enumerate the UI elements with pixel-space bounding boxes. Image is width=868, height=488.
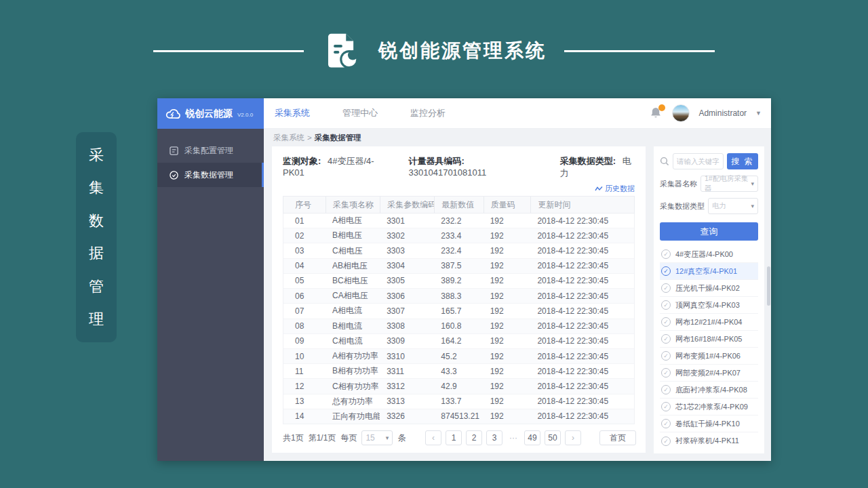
- device-item[interactable]: ✓卷纸缸干燥/4-PK10: [660, 415, 758, 432]
- notification-bell-icon[interactable]: [650, 106, 663, 120]
- check-circle-icon: ✓: [661, 436, 671, 446]
- table-cell: 06: [283, 289, 326, 303]
- device-item-label: 4#变压器/4-PK00: [675, 249, 733, 260]
- table-cell: C相电流: [326, 334, 380, 348]
- table-row: 05BC相电压3305389.21922018-4-12 22:30:45: [283, 274, 634, 289]
- table-cell: CA相电压: [326, 289, 380, 303]
- content: 监测对象: 4#变压器/4-PK01 计量器具编码: 3301041701081…: [264, 146, 771, 461]
- page-number-button[interactable]: 2: [466, 430, 482, 445]
- data-table: 序号采集项名称采集参数编码最新数值质量码更新时间 01A相电压3301232.2…: [283, 196, 635, 424]
- chevron-down-icon[interactable]: ▼: [755, 110, 762, 117]
- logo-version: V2.0.0: [237, 112, 253, 118]
- device-item[interactable]: ✓衬浆碎浆机/4-PK11: [660, 432, 758, 449]
- table-cell: 389.2: [434, 274, 483, 288]
- search-row: 搜 索: [660, 153, 758, 169]
- table-column-header: 质量码: [484, 197, 531, 213]
- table-cell: 3309: [380, 334, 434, 348]
- table-column-header: 采集项名称: [326, 197, 380, 213]
- breadcrumb-separator: >: [307, 134, 312, 142]
- vertical-tab-char: 数: [89, 211, 104, 231]
- page-number-button[interactable]: 1: [446, 430, 462, 445]
- search-input[interactable]: [673, 153, 724, 169]
- per-page-select[interactable]: 15 ▾: [361, 430, 393, 445]
- device-item[interactable]: ✓12#真空泵/4-PK01: [660, 263, 758, 280]
- sidebar-item-collect-data[interactable]: 采集数据管理: [157, 163, 264, 187]
- device-item-label: 网部变频2#/4-PK07: [675, 368, 741, 378]
- device-item[interactable]: ✓网部变频2#/4-PK07: [660, 365, 758, 382]
- prev-page-button[interactable]: ‹: [425, 430, 441, 445]
- nav-item[interactable]: 管理中心: [342, 107, 378, 119]
- table-cell: 08: [283, 319, 326, 333]
- device-item-label: 网布16#18#/4-PK05: [675, 334, 742, 344]
- device-item[interactable]: ✓网布变频1#/4-PK06: [660, 348, 758, 365]
- table-row: 13总有功功率3313133.71922018-4-12 22:30:45: [283, 394, 634, 409]
- sidebar-item-label: 采集数据管理: [184, 169, 233, 181]
- device-item-label: 卷纸缸干燥/4-PK10: [675, 419, 740, 429]
- first-page-button[interactable]: 首页: [599, 430, 636, 445]
- breadcrumb-current: 采集数据管理: [315, 133, 361, 143]
- check-circle-icon: ✓: [661, 402, 671, 411]
- sidebar-menu: 采集配置管理 采集数据管理: [157, 138, 264, 187]
- table-cell: 233.4: [434, 228, 483, 243]
- check-circle-icon: ✓: [661, 266, 671, 276]
- table-row: 12C相有功功率331242.91922018-4-12 22:30:45: [283, 379, 634, 394]
- nav-item[interactable]: 采集系统: [275, 107, 310, 119]
- table-cell: 192: [484, 304, 531, 318]
- device-item[interactable]: ✓芯1芯2冲浆泵/4-PK09: [660, 399, 758, 415]
- device-item-label: 顶网真空泵/4-PK03: [675, 300, 740, 310]
- vertical-tab-char: 管: [89, 277, 104, 297]
- table-cell: 3302: [380, 228, 434, 243]
- sidebar-item-collect-config[interactable]: 采集配置管理: [157, 138, 264, 163]
- collector-select[interactable]: 1#配电房采集器 ▾: [701, 176, 758, 192]
- sidebar-item-label: 采集配置管理: [184, 145, 233, 157]
- device-item[interactable]: ✓4#变压器/4-PK00: [660, 246, 758, 263]
- device-item[interactable]: ✓顶网真空泵/4-PK03: [660, 297, 758, 314]
- search-button[interactable]: 搜 索: [727, 153, 758, 169]
- check-circle-icon: ✓: [661, 334, 671, 344]
- meter-code: 计量器具编码: 3301041701081011: [409, 155, 540, 178]
- device-item[interactable]: ✓压光机干燥/4-PK02: [660, 280, 758, 297]
- device-item-label: 网布变频1#/4-PK06: [675, 351, 741, 361]
- nav-item[interactable]: 监控分析: [410, 107, 446, 119]
- table-cell: C相有功功率: [326, 379, 380, 393]
- page-number-button[interactable]: 50: [545, 430, 561, 445]
- table-cell: 192: [484, 349, 531, 363]
- table-cell: 3303: [380, 243, 434, 258]
- table-cell: 12: [283, 379, 326, 393]
- page-number-button[interactable]: 49: [524, 430, 540, 445]
- table-cell: 192: [484, 289, 531, 303]
- table-row: 08B相电流3308160.81922018-4-12 22:30:45: [283, 319, 634, 334]
- table-cell: 192: [484, 259, 531, 273]
- user-name: Administrator: [698, 108, 747, 118]
- table-cell: 07: [283, 304, 326, 318]
- check-circle-icon: ✓: [661, 419, 671, 428]
- topbar-right: Administrator ▼: [650, 104, 762, 122]
- table-cell: 正向有功电能: [326, 409, 380, 424]
- datatype-select[interactable]: 电力 ▾: [708, 198, 758, 214]
- table-cell: 05: [283, 274, 326, 288]
- table-cell: 3312: [380, 379, 434, 393]
- collector-row: 采集器名称 1#配电房采集器 ▾: [660, 176, 758, 192]
- page-buttons: ‹123···4950›: [425, 430, 581, 445]
- table-column-header: 最新数值: [434, 197, 483, 213]
- table-cell: B相电压: [326, 228, 380, 243]
- vertical-tab-collect-data[interactable]: 采集数据管理: [76, 132, 117, 342]
- history-data-link[interactable]: 历史数据: [595, 184, 635, 194]
- table-cell: 3313: [380, 394, 434, 409]
- table-cell: 165.7: [434, 304, 483, 318]
- device-item[interactable]: ✓网布12#21#/4-PK04: [660, 314, 758, 331]
- table-cell: 3304: [380, 259, 434, 273]
- table-cell: 总有功功率: [326, 394, 380, 409]
- avatar[interactable]: [672, 104, 690, 122]
- table-cell: 3310: [380, 349, 434, 363]
- table-row: 04AB相电压3304387.51922018-4-12 22:30:45: [283, 259, 634, 274]
- page-number-button[interactable]: 3: [486, 430, 502, 445]
- table-cell: 192: [484, 319, 531, 333]
- next-page-button[interactable]: ›: [565, 430, 581, 445]
- device-item[interactable]: ✓底面衬冲浆泵/4-PK08: [660, 382, 758, 399]
- breadcrumb-parent[interactable]: 采集系统: [273, 133, 304, 143]
- scrollbar-thumb[interactable]: [767, 266, 770, 306]
- device-item[interactable]: ✓网布16#18#/4-PK05: [660, 331, 758, 348]
- hero-divider-right: [564, 50, 715, 52]
- query-button[interactable]: 查询: [660, 222, 758, 241]
